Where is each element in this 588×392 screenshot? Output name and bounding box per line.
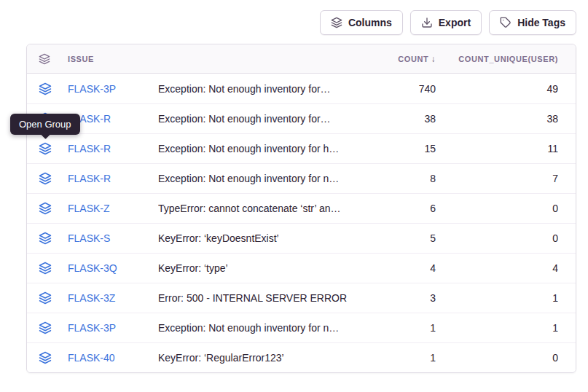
issue-link[interactable]: FLASK-3P: [68, 322, 158, 334]
table-row: FLASK-3Z Error: 500 - INTERNAL SERVER ER…: [27, 283, 576, 313]
sort-desc-arrow-icon: ↓: [431, 54, 436, 64]
issue-title: KeyError: ‘type’: [158, 262, 366, 274]
table-row: FLASK-R Exception: Not enough inventory …: [27, 133, 576, 163]
count-value: 1: [366, 322, 436, 334]
count-unique-value: 49: [436, 83, 558, 95]
issue-link[interactable]: FLASK-Z: [68, 203, 158, 214]
count-value: 38: [366, 113, 436, 125]
count-unique-value: 4: [436, 262, 558, 274]
issue-stack-icon[interactable]: [39, 202, 68, 215]
export-button-label: Export: [439, 17, 471, 28]
table-row: FLASK-R Exception: Not enough inventory …: [27, 163, 576, 193]
columns-button[interactable]: Columns: [320, 10, 403, 35]
table-row: FLASK-3P Exception: Not enough inventory…: [27, 74, 576, 103]
issue-title: TypeError: cannot concatenate ‘str’ an…: [158, 203, 366, 214]
issue-stack-icon[interactable]: [39, 82, 68, 95]
table-row: FLASK-40 KeyError: ‘RegularError123’ 1 0: [27, 342, 576, 372]
tooltip-text: Open Group: [19, 119, 71, 130]
count-value: 6: [366, 203, 436, 214]
issue-link[interactable]: FLASK-3Z: [68, 292, 158, 304]
issue-title: Exception: Not enough inventory for n…: [158, 173, 366, 184]
issue-title: Exception: Not enough inventory for n…: [158, 322, 366, 334]
issue-stack-icon[interactable]: [39, 232, 68, 245]
table-row: FLASK-Z TypeError: cannot concatenate ‘s…: [27, 193, 576, 223]
count-value: 4: [366, 262, 436, 274]
count-unique-column-header[interactable]: COUNT_UNIQUE(USER): [436, 55, 558, 63]
issue-link[interactable]: FLASK-3Q: [68, 262, 158, 274]
issue-link[interactable]: FLASK-R: [68, 143, 158, 154]
count-unique-value: 0: [436, 352, 558, 364]
export-button[interactable]: Export: [410, 10, 482, 35]
count-unique-value: 1: [436, 292, 558, 304]
open-group-tooltip: Open Group: [10, 114, 80, 135]
count-unique-value: 38: [436, 113, 558, 125]
issue-stack-icon[interactable]: [39, 291, 68, 305]
issue-title: Error: 500 - INTERNAL SERVER ERROR: [158, 292, 366, 304]
count-value: 5: [366, 232, 436, 244]
issue-stack-icon[interactable]: [39, 351, 68, 364]
issue-link[interactable]: FLASK-R: [68, 113, 158, 125]
count-unique-value: 1: [436, 322, 558, 334]
issue-link[interactable]: FLASK-40: [68, 352, 158, 364]
issue-header-stack-icon: [39, 53, 68, 65]
table-header: ISSUE COUNT↓ COUNT_UNIQUE(USER): [27, 44, 576, 74]
layers-icon: [331, 17, 342, 28]
issue-link[interactable]: FLASK-S: [68, 232, 158, 244]
issue-title: Exception: Not enough inventory for…: [158, 113, 366, 125]
issues-page: Columns Export Hide Tags: [0, 0, 588, 392]
columns-button-label: Columns: [348, 17, 392, 28]
count-unique-value: 7: [436, 173, 558, 184]
issue-stack-icon[interactable]: [39, 321, 68, 334]
issue-title: Exception: Not enough inventory for h…: [158, 143, 366, 154]
issue-link[interactable]: FLASK-3P: [68, 83, 158, 95]
hide-tags-button-label: Hide Tags: [517, 17, 565, 28]
issue-stack-icon[interactable]: [39, 142, 68, 155]
issue-title: KeyError: ‘RegularError123’: [158, 352, 366, 364]
table-row: FLASK-3P Exception: Not enough inventory…: [27, 313, 576, 342]
issue-title: Exception: Not enough inventory for…: [158, 83, 366, 95]
count-value: 8: [366, 173, 436, 184]
table-row: FLASK-R Exception: Not enough inventory …: [27, 103, 576, 133]
count-value: 3: [366, 292, 436, 304]
issue-column-header[interactable]: ISSUE: [68, 55, 158, 63]
tag-icon: [500, 17, 511, 28]
count-column-header[interactable]: COUNT↓: [366, 54, 436, 64]
table-body: FLASK-3P Exception: Not enough inventory…: [27, 74, 576, 372]
issue-link[interactable]: FLASK-R: [68, 173, 158, 184]
hide-tags-button[interactable]: Hide Tags: [489, 10, 576, 35]
table-row: FLASK-3Q KeyError: ‘type’ 4 4: [27, 253, 576, 283]
count-unique-value: 0: [436, 232, 558, 244]
count-unique-value: 0: [436, 203, 558, 214]
issues-table: ISSUE COUNT↓ COUNT_UNIQUE(USER) FLASK-3P…: [26, 44, 576, 373]
table-row: FLASK-S KeyError: ‘keyDoesntExist’ 5 0: [27, 223, 576, 253]
issue-stack-icon[interactable]: [39, 172, 68, 185]
issue-stack-icon[interactable]: [39, 262, 68, 275]
issue-title: KeyError: ‘keyDoesntExist’: [158, 232, 366, 244]
count-value: 15: [366, 143, 436, 154]
count-value: 740: [366, 83, 436, 95]
count-unique-value: 11: [436, 143, 558, 154]
count-column-header-label: COUNT: [398, 55, 428, 63]
toolbar: Columns Export Hide Tags: [320, 10, 576, 35]
download-icon: [421, 17, 433, 28]
count-value: 1: [366, 352, 436, 364]
